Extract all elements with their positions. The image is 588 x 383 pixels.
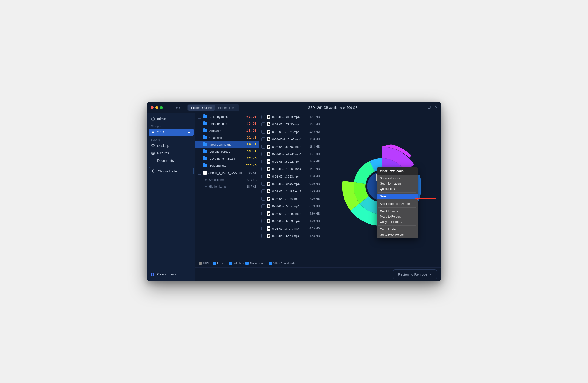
row-checkbox[interactable]: [198, 129, 201, 133]
breadcrumb-item[interactable]: Users: [213, 262, 225, 265]
file-row[interactable]: 0-02-05-...dd45.mp49.79 MB: [259, 180, 322, 188]
file-row[interactable]: 0-02-0a-...6c78.mp44.53 MB: [259, 232, 322, 240]
choose-folder-button[interactable]: Choose Folder...: [149, 167, 193, 175]
row-size: 18.1 MB: [309, 153, 320, 156]
folder-row[interactable]: Adelante2.18 GB: [195, 127, 259, 134]
row-checkbox[interactable]: [198, 164, 201, 167]
sidebar-user[interactable]: admin: [149, 115, 193, 122]
row-checkbox[interactable]: [261, 137, 265, 141]
file-row[interactable]: 0-02-05-...e12d3.mp418.1 MB: [259, 150, 322, 158]
context-menu-item[interactable]: Get Information: [377, 181, 418, 186]
row-checkbox[interactable]: [261, 212, 265, 215]
meta-row[interactable]: Small items8.19 KB: [195, 176, 259, 183]
context-menu-item[interactable]: Quick Look: [377, 186, 418, 192]
video-file-icon: [267, 226, 270, 230]
review-label: Review to Remove: [398, 272, 427, 276]
folder-row[interactable]: Anexo_1_A...O_CAS.pdf750 KB: [195, 169, 259, 176]
folder-row[interactable]: Screenshots76.7 MB: [195, 162, 259, 169]
row-checkbox[interactable]: [261, 197, 265, 201]
row-checkbox[interactable]: [261, 174, 265, 178]
sidebar-item-label: Desktop: [157, 144, 169, 148]
row-checkbox[interactable]: [261, 145, 265, 149]
row-checkbox[interactable]: [261, 219, 265, 223]
sidebar-storage-ssd[interactable]: SSD: [149, 129, 193, 136]
file-row[interactable]: 0-02-05-...3c187.mp47.99 MB: [259, 188, 322, 195]
breadcrumb-item[interactable]: admin: [229, 262, 241, 265]
breadcrumb-item[interactable]: Documents: [245, 262, 265, 265]
row-checkbox[interactable]: [198, 171, 201, 174]
row-checkbox[interactable]: [198, 122, 201, 126]
file-row[interactable]: 0-02-0a-...7a4e3.mp44.80 MB: [259, 210, 322, 217]
row-checkbox[interactable]: [261, 160, 265, 163]
context-menu-item[interactable]: Copy to Folder...: [377, 219, 418, 225]
apps-grid-icon[interactable]: [150, 272, 154, 276]
breadcrumb-item[interactable]: ViberDownloads: [269, 262, 295, 265]
row-checkbox[interactable]: [198, 143, 201, 146]
row-size: 4.53 MB: [309, 234, 320, 237]
file-row[interactable]: 0-02-05-...78f40.mp426.1 MB: [259, 121, 322, 128]
row-checkbox[interactable]: [198, 136, 201, 139]
row-checkbox[interactable]: [261, 130, 265, 134]
row-name: 0-02-0a-...7a4e3.mp4: [272, 212, 308, 215]
folder-row[interactable]: Documents - Spain173 MB: [195, 155, 259, 162]
folder-row[interactable]: ViberDownloads389 MB: [195, 141, 259, 148]
row-checkbox[interactable]: [261, 152, 265, 156]
disk-name: SSD: [308, 106, 315, 110]
row-checkbox[interactable]: [261, 234, 265, 238]
tab-folders-outline[interactable]: Folders Outline: [188, 105, 215, 111]
file-icon: [203, 171, 207, 175]
row-checkbox[interactable]: [261, 182, 265, 186]
row-checkbox[interactable]: [261, 227, 265, 230]
context-menu-item[interactable]: Go to Folder: [377, 227, 418, 232]
context-menu-item[interactable]: Select: [377, 193, 418, 199]
zoom-window-button[interactable]: [160, 106, 163, 109]
row-checkbox[interactable]: [198, 115, 201, 118]
breadcrumb-label: Documents: [250, 262, 265, 265]
row-checkbox[interactable]: [198, 157, 201, 160]
sidebar-toggle-icon[interactable]: [168, 106, 173, 110]
review-to-remove-button[interactable]: Review to Remove: [393, 269, 437, 279]
row-name: Coaching: [209, 136, 245, 139]
row-checkbox[interactable]: [261, 167, 265, 171]
help-icon[interactable]: ?: [435, 105, 437, 110]
context-menu-item[interactable]: Add Folder to Favorites: [377, 201, 418, 206]
file-row[interactable]: 0-02-05-...b953.mp44.70 MB: [259, 217, 322, 225]
sidebar-folder-documents[interactable]: Documents: [149, 157, 193, 164]
context-menu-item[interactable]: Move to Folder...: [377, 214, 418, 219]
file-row[interactable]: 0-02-05-...5032.mp414.9 MB: [259, 158, 322, 165]
context-menu-item[interactable]: Show in Finder: [377, 175, 418, 181]
sidebar-folder-desktop[interactable]: Desktop: [149, 142, 193, 150]
meta-row[interactable]: Hidden items28.7 KB: [195, 183, 259, 190]
folder-row[interactable]: Coaching601 MB: [195, 134, 259, 141]
row-checkbox[interactable]: [198, 150, 201, 153]
sidebar-storage-label: SSD: [157, 130, 164, 134]
context-menu-item[interactable]: Go to Root Folder: [377, 232, 418, 237]
folder-row[interactable]: Español cursos268 MB: [195, 148, 259, 155]
row-checkbox[interactable]: [261, 115, 265, 119]
chat-icon[interactable]: [427, 106, 431, 110]
file-row[interactable]: 0-02-05-...ae563.mp418.3 MB: [259, 143, 322, 150]
file-row[interactable]: 0-02-05-...d183.mp440.7 MB: [259, 113, 322, 121]
cleanup-more-button[interactable]: Clean up more: [157, 272, 179, 276]
row-checkbox[interactable]: [261, 122, 265, 126]
home-icon: [151, 117, 155, 121]
file-row[interactable]: 0-02-05-1...0be7.mp419.8 MB: [259, 135, 322, 143]
folder-row[interactable]: Nektony docs5.28 GB: [195, 113, 259, 120]
file-row[interactable]: 0-02-05-...7841.mp420.3 MB: [259, 128, 322, 135]
sidebar-folder-pictures[interactable]: Pictures: [149, 150, 193, 157]
close-window-button[interactable]: [151, 106, 153, 109]
breadcrumb-item[interactable]: SSD: [199, 262, 209, 265]
file-row[interactable]: 0-02-05-...182b3.mp414.7 MB: [259, 165, 322, 173]
file-row[interactable]: 0-02-05-...1dc8f.mp47.96 MB: [259, 195, 322, 202]
row-checkbox[interactable]: [261, 190, 265, 193]
file-row[interactable]: 0-02-05-...535c.mp45.09 MB: [259, 202, 322, 210]
file-row[interactable]: 0-02-05-...3623.mp414.0 MB: [259, 173, 322, 180]
context-menu-item[interactable]: Quick Remove: [377, 209, 418, 214]
back-icon[interactable]: [176, 106, 180, 110]
folder-row[interactable]: Personal docs3.04 GB: [195, 120, 259, 127]
row-checkbox[interactable]: [261, 204, 265, 208]
file-row[interactable]: 0-02-05-...8fb77.mp44.53 MB: [259, 225, 322, 232]
row-name: 0-02-0a-...6c78.mp4: [272, 234, 308, 238]
minimize-window-button[interactable]: [155, 106, 158, 109]
tab-biggest-files[interactable]: Biggest Files: [215, 105, 239, 111]
